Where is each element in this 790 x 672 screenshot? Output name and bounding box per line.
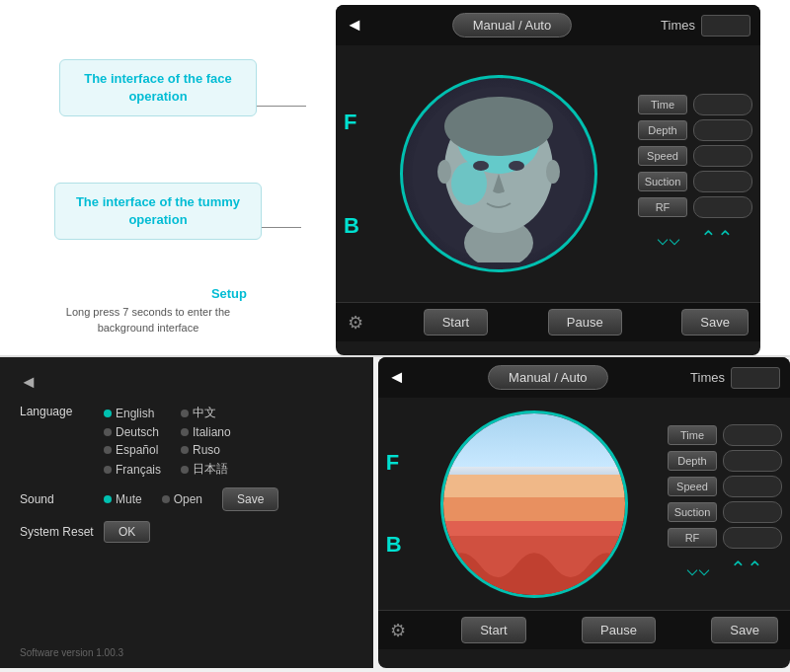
top-suction-slider[interactable] [693,171,752,192]
bottom-suction-label: Suction [668,502,717,522]
top-controls-panel: Time Depth Speed Suction RF [638,50,752,297]
version-text: Software version 1.00.3 [20,647,123,658]
lang-ruso[interactable]: Ruso [181,443,238,457]
bottom-save-button[interactable]: Save [711,617,778,643]
bottom-device-panel: ◄ Manual / Auto Times F B [378,357,790,668]
tummy-layers [443,413,625,595]
top-depth-slider[interactable] [693,119,752,141]
settings-back-button[interactable]: ◄ [20,372,354,393]
top-time-slider[interactable] [693,94,752,115]
bottom-chevron-down[interactable]: ⌵⌵ [686,557,710,580]
bottom-times-label: Times [690,370,725,385]
setup-title: Setup [40,286,257,301]
bottom-suction-slider[interactable] [723,501,782,523]
top-start-button[interactable]: Start [424,309,488,336]
language-options: English 中文 Deutsch Italiano Español Ruso… [104,405,238,478]
top-suction-label: Suction [638,172,687,191]
lang-chinese[interactable]: 中文 [181,405,238,421]
tummy-op-title: The interface of the tummy operation [69,193,247,229]
settings-panel: ◄ Language English 中文 Deutsch Italiano E… [0,357,373,668]
bottom-chevrons: ⌵⌵ ⌃⌃ [668,553,782,584]
bottom-depth-control: Depth [668,450,782,472]
top-speed-control: Speed [638,145,752,167]
bottom-b-label: B [386,532,402,558]
tummy-tissue-layer [443,521,625,537]
top-rf-slider[interactable] [693,196,752,218]
face-callout-arrow-line [257,106,306,107]
top-gear-icon[interactable]: ⚙ [348,312,363,334]
sound-mute[interactable]: Mute [104,492,142,506]
svg-point-5 [473,161,489,171]
face-operation-callout: The interface of the face operation [59,59,257,116]
top-face-circle [400,75,597,272]
setup-note: Setup Long press 7 seconds to enter the … [40,286,257,336]
tummy-deep-layer [443,536,625,594]
sound-setting-row: Sound Mute Open Save [20,487,354,511]
top-save-button[interactable]: Save [681,309,749,336]
bottom-speed-slider[interactable] [723,476,782,497]
top-times-input[interactable] [701,15,750,37]
radio-ruso [181,446,189,454]
bottom-speed-label: Speed [668,477,717,496]
sound-open[interactable]: Open [162,492,202,506]
lang-japanese[interactable]: 日本語 [181,461,238,478]
bottom-times-area: Times [690,367,780,389]
top-back-button[interactable]: ◄ [346,15,363,36]
bottom-chevron-up[interactable]: ⌃⌃ [730,557,763,580]
top-device-body: F B [336,45,760,302]
top-speed-label: Speed [638,146,687,166]
radio-italiano [181,428,189,436]
bottom-depth-slider[interactable] [723,450,782,472]
face-visualization [410,85,588,262]
bottom-back-button[interactable]: ◄ [388,367,406,388]
top-speed-slider[interactable] [693,145,752,167]
top-fb-labels: F B [344,50,359,297]
bottom-rf-control: RF [668,527,782,549]
lang-francais[interactable]: Français [104,461,161,478]
top-chevron-up[interactable]: ⌃⌃ [700,226,734,250]
top-b-label: B [344,213,359,239]
bottom-speed-control: Speed [668,476,782,497]
top-time-control: Time [638,94,752,115]
radio-chinese [181,410,189,417]
tummy-mid-layer [443,497,625,520]
bottom-gear-icon[interactable]: ⚙ [390,620,406,641]
top-chevrons: ⌵⌵ ⌃⌃ [638,222,752,254]
lang-deutsch[interactable]: Deutsch [104,425,161,439]
radio-espanol [104,446,112,454]
bottom-device-body: F B [378,398,790,610]
lang-english[interactable]: English [104,405,161,421]
top-times-area: Times [661,15,750,37]
bottom-mode-button[interactable]: Manual / Auto [488,365,608,390]
system-reset-row: System Reset OK [20,521,354,543]
tummy-callout-arrow-line [262,227,301,228]
top-times-label: Times [661,18,695,33]
top-time-label: Time [638,95,687,114]
radio-mute [104,495,112,503]
bottom-time-slider[interactable] [723,424,782,446]
tummy-top-layer [443,413,625,468]
lang-espanol[interactable]: Español [104,443,161,457]
bottom-device-footer: ⚙ Start Pause Save [378,610,790,649]
bottom-pause-button[interactable]: Pause [582,617,656,643]
bottom-rf-slider[interactable] [723,527,782,549]
face-op-title: The interface of the face operation [74,70,242,106]
sound-options: Mute Open Save [104,487,278,511]
bottom-f-label: F [386,450,402,476]
top-mode-button[interactable]: Manual / Auto [452,13,573,37]
top-pause-button[interactable]: Pause [548,309,622,336]
bottom-times-input[interactable] [731,367,780,389]
svg-point-9 [444,97,553,156]
top-rf-label: RF [638,197,687,217]
system-reset-ok-button[interactable]: OK [104,521,150,543]
bottom-start-button[interactable]: Start [461,617,525,643]
top-depth-label: Depth [638,120,687,140]
bottom-tummy-circle [440,411,628,598]
svg-point-6 [509,161,524,171]
settings-save-button[interactable]: Save [222,487,278,511]
radio-francais [104,466,112,474]
system-reset-label: System Reset [20,525,104,539]
lang-italiano[interactable]: Italiano [181,425,238,439]
top-face-circle-area [367,50,630,297]
top-chevron-down[interactable]: ⌵⌵ [657,226,680,250]
